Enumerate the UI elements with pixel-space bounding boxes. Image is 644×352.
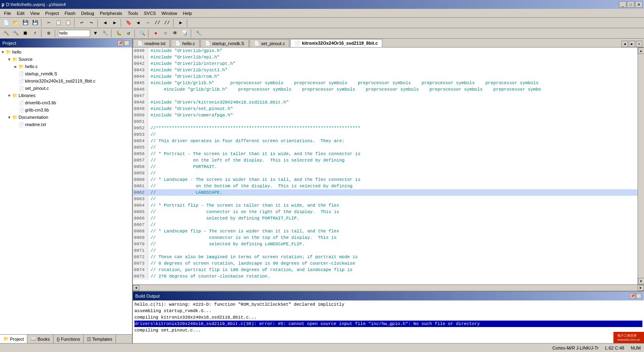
line-content: #include "drivers/camerafpga.h" (148, 112, 233, 118)
bookmark-prev-button[interactable]: ◀ (134, 19, 142, 27)
hscroll-track[interactable] (139, 285, 638, 291)
horizontal-scrollbar[interactable]: ◀ ▶ (133, 284, 644, 291)
line-number: 0068 (133, 228, 148, 234)
target-options-button[interactable]: ⚙ (44, 29, 53, 38)
line-content: // (148, 131, 156, 138)
flash-button[interactable]: ⚡ (31, 29, 39, 38)
line-number: 0065 (133, 209, 148, 215)
tab-close[interactable]: ✕ (636, 41, 642, 47)
target-select-button[interactable]: ▼ (91, 29, 100, 38)
open-button[interactable]: 📂 (11, 19, 20, 27)
code-line: 0057// on the left of the display. This … (133, 157, 638, 164)
panel-pin-button[interactable]: 📌 (118, 40, 123, 46)
kill-bp-button[interactable]: ○ (161, 29, 170, 38)
watch-button[interactable]: 👁 (171, 29, 180, 38)
search-button[interactable]: 🔍 (138, 29, 147, 38)
reset-button[interactable]: ↺ (124, 29, 133, 38)
menu-view[interactable]: View (28, 10, 42, 17)
bookmark-button[interactable]: 🔖 (124, 19, 133, 27)
menu-file[interactable]: File (2, 10, 14, 17)
tab-templates[interactable]: ◫ Templates (84, 335, 116, 343)
indent-button[interactable]: → (143, 19, 152, 27)
comment-button[interactable]: // (153, 19, 162, 27)
tree-item[interactable]: ▼📁Documentation (1, 114, 131, 121)
menu-tools[interactable]: Tools (126, 10, 141, 17)
mem-button[interactable]: 📊 (180, 29, 189, 38)
tab-scroll-right[interactable]: ▶ (629, 41, 635, 47)
tree-item[interactable]: ►📁hello.c (1, 63, 131, 70)
vertical-scrollbar[interactable]: ▲ ▼ (638, 48, 644, 284)
tree-item[interactable]: 📄startup_rvmdk.S (1, 70, 131, 77)
debug-button[interactable]: 🐛 (114, 29, 123, 38)
tree-item[interactable]: ▼📁Libraries (1, 92, 131, 99)
file-tab-startup[interactable]: 📄 startup_rvmdk.S (200, 39, 249, 47)
manage-targets-button[interactable]: 🔧 (101, 29, 109, 38)
scroll-down-arrow[interactable]: ▼ (638, 278, 644, 284)
tab-books[interactable]: 📖 Books (27, 335, 54, 343)
save-all-button[interactable]: 💾 (31, 19, 39, 27)
build-pin-button[interactable]: 📌 (630, 293, 635, 299)
books-tab-label: Books (37, 337, 50, 342)
target-name-input[interactable]: hello (58, 30, 90, 37)
menu-debug[interactable]: Debug (79, 10, 97, 17)
menu-window[interactable]: Window (159, 10, 180, 17)
tree-item[interactable]: 📄kitronix320x240x16_ssd2119_8bit.c (1, 77, 131, 85)
line-content: // rotation, portrait flip is 180 degree… (148, 267, 353, 273)
tree-item[interactable]: ▼📁hello (1, 48, 131, 56)
undo-button[interactable]: ↩ (77, 19, 86, 27)
project-tab-label: Project (10, 337, 24, 342)
minimize-button[interactable]: _ (619, 1, 626, 8)
paste-button[interactable]: 📋 (64, 19, 72, 27)
uncomment-button[interactable]: // (163, 19, 171, 27)
setup-button[interactable]: 🔧 (194, 29, 203, 38)
tree-item[interactable]: 📄driverlib-cm3.lib (1, 99, 131, 106)
line-content: #include "drivers/kitronix320X240x16_ssd… (148, 99, 289, 106)
cut-button[interactable]: ✂ (44, 19, 53, 27)
scroll-left-arrow[interactable]: ◀ (133, 285, 139, 291)
tree-item[interactable]: ▼📁Source (1, 56, 131, 63)
build-target-button[interactable]: 🔨 (2, 29, 10, 38)
code-line: 0040#include "driverlib/gpio.h" (133, 48, 638, 54)
close-button[interactable]: ✕ (635, 1, 642, 8)
panel-close-button[interactable]: ✕ (124, 40, 130, 46)
code-line: 0048#include "drivers/kitronix320X240x16… (133, 99, 638, 106)
tree-item[interactable]: 📄readme.txt (1, 121, 131, 128)
build-close-button[interactable]: ✕ (636, 293, 642, 299)
nav-fwd-button[interactable]: ▶ (110, 19, 119, 27)
file-tab-hello[interactable]: 📄 hello.c (171, 39, 200, 47)
stop-button[interactable]: ⏹ (21, 29, 30, 38)
breakpoint-button[interactable]: ● (151, 29, 160, 38)
rebuild-button[interactable]: 🔨 (11, 29, 20, 38)
tab-scroll-left[interactable]: ◀ (621, 41, 628, 47)
scrollbar-track[interactable] (638, 54, 644, 278)
code-line: 0044#include "driverlib/rom.h" (133, 73, 638, 80)
menu-svcs[interactable]: SVCS (141, 10, 158, 17)
line-content: // * Portrait flip - The screen is talle… (148, 202, 339, 209)
save-button[interactable]: 💾 (21, 19, 30, 27)
tree-item[interactable]: 📄grlib-cm3.lib (1, 106, 131, 114)
run-button[interactable]: ▶ (176, 19, 185, 27)
scroll-up-arrow[interactable]: ▲ (638, 48, 644, 54)
menu-project[interactable]: Project (43, 10, 61, 17)
menu-help[interactable]: Help (180, 10, 194, 17)
menu-peripherals[interactable]: Peripherals (97, 10, 125, 17)
file-tab-setpinout[interactable]: 📄 set_pinout.c (250, 39, 289, 47)
redo-button[interactable]: ↪ (87, 19, 96, 27)
file-tab-readme[interactable]: 📄 readme.txt (133, 39, 170, 47)
new-file-button[interactable]: 📄 (2, 19, 10, 27)
nav-back-button[interactable]: ◀ (101, 19, 109, 27)
startup-tab-label: startup_rvmdk.S (212, 41, 244, 46)
line-number: 0043 (133, 67, 148, 73)
tab-project[interactable]: 📁 Project (0, 335, 27, 343)
code-scroll-container[interactable]: 0040#include "driverlib/gpio.h"0041#incl… (133, 48, 638, 284)
line-content: // selected by defining PORTRAIT_FLIP. (148, 215, 299, 222)
maximize-button[interactable]: □ (627, 1, 634, 8)
menu-flash[interactable]: Flash (62, 10, 78, 17)
tree-item[interactable]: 📄set_pinout.c (1, 85, 131, 92)
scroll-right-arrow[interactable]: ▶ (638, 285, 644, 291)
menu-edit[interactable]: Edit (14, 10, 27, 17)
file-tab-kitronix[interactable]: 📄 kitronix32Ox24Or16_ssd2119_8bit.c (290, 39, 382, 47)
startup-tab-icon: 📄 (205, 41, 211, 46)
tab-functions[interactable]: {} Functions (54, 335, 84, 343)
copy-button[interactable]: 📋 (54, 19, 63, 27)
